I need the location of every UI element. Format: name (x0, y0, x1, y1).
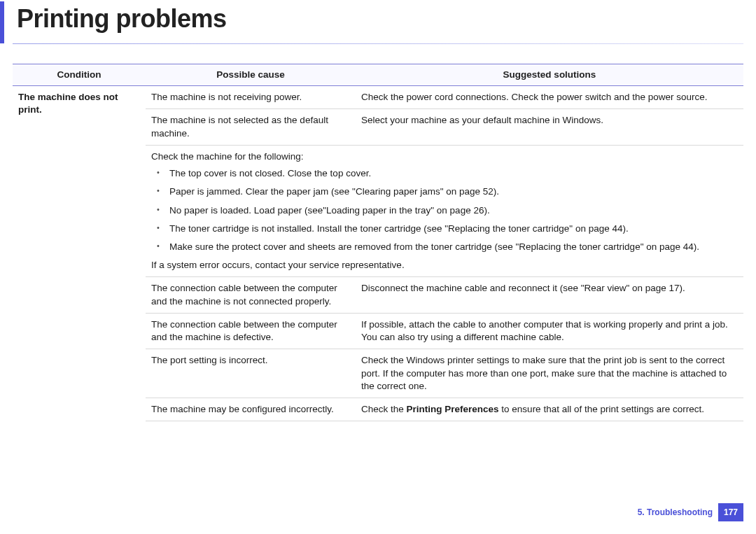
table-header-row: Condition Possible cause Suggested solut… (13, 64, 743, 86)
solution-text-post: to ensure that all of the print settings… (499, 404, 704, 414)
cause-cell: The connection cable between the compute… (146, 313, 356, 349)
header-cause: Possible cause (146, 64, 356, 86)
cause-cell: The port setting is incorrect. (146, 349, 356, 398)
page-footer: 5. Troubleshooting 177 (638, 503, 743, 521)
check-intro: Check the machine for the following: (151, 150, 738, 163)
check-bullet: Paper is jammed. Clear the paper jam (se… (164, 185, 738, 198)
solution-text-bold: Printing Preferences (407, 404, 499, 414)
check-block: Check the machine for the following: The… (146, 145, 743, 277)
cause-cell: The machine is not selected as the defau… (146, 109, 356, 145)
footer-chapter: 5. Troubleshooting (638, 507, 713, 517)
condition-cell: The machine does not print. (13, 86, 146, 421)
solution-cell: Disconnect the machine cable and reconne… (356, 277, 743, 313)
footer-page-number: 177 (718, 503, 743, 521)
troubleshooting-table: Condition Possible cause Suggested solut… (13, 64, 743, 421)
check-bullet: The toner cartridge is not installed. In… (164, 223, 738, 235)
title-divider (13, 43, 743, 44)
cause-cell: The connection cable between the compute… (146, 277, 356, 313)
solution-text-pre: Check the (361, 404, 407, 414)
solution-cell: Check the Windows printer settings to ma… (356, 349, 743, 398)
page-title: Printing problems (17, 4, 756, 34)
check-bullet: No paper is loaded. Load paper (see"Load… (164, 204, 738, 217)
check-bullet: Make sure the protect cover and sheets a… (164, 241, 738, 253)
solution-cell: Check the Printing Preferences to ensure… (356, 398, 743, 421)
check-outro: If a system error occurs, contact your s… (151, 259, 738, 272)
header-condition: Condition (13, 64, 146, 86)
solution-cell: If possible, attach the cable to another… (356, 313, 743, 349)
cause-cell: The machine is not receiving power. (146, 86, 356, 109)
page-title-bar: Printing problems (0, 1, 756, 43)
solution-cell: Select your machine as your default mach… (356, 109, 743, 145)
check-bullet: The top cover is not closed. Close the t… (164, 167, 738, 180)
header-solution: Suggested solutions (356, 64, 743, 86)
cause-cell: The machine may be configured incorrectl… (146, 398, 356, 421)
solution-cell: Check the power cord connections. Check … (356, 86, 743, 109)
check-bullets: The top cover is not closed. Close the t… (151, 167, 738, 253)
table-row: The machine does not print. The machine … (13, 86, 743, 109)
